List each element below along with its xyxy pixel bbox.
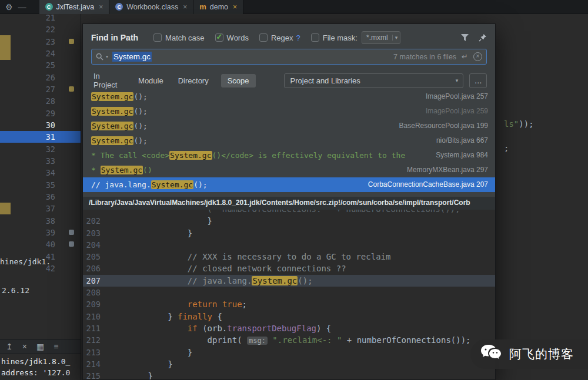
checkbox-label: File mask:	[323, 33, 358, 42]
preview-code-line: 207 // java.lang.System.gc();	[83, 275, 495, 287]
code-segment: ".reclaim<-: "	[272, 335, 342, 345]
gutter-mark-icon[interactable]	[69, 86, 74, 92]
watermark-badge: 阿飞的博客	[470, 339, 588, 369]
editor-tabs: C JxlTest.java × C Workbook.class × m de…	[39, 0, 244, 14]
preview-code-line: 214 }	[83, 358, 495, 370]
preview-code-line: 203 }	[83, 227, 495, 239]
result-code: * The call <code>System.gc()</code> is e…	[91, 148, 405, 163]
chevron-down-icon: ▾	[456, 78, 463, 83]
line-number: 211	[83, 322, 101, 334]
newline-icon[interactable]: ↵	[462, 52, 468, 61]
close-icon[interactable]: ×	[183, 3, 187, 11]
tab-demo[interactable]: m demo ×	[193, 0, 243, 14]
code-segment: System.gc	[169, 151, 212, 160]
gutter-mark-icon[interactable]	[69, 230, 74, 235]
line-number: 213	[83, 347, 101, 358]
regex-checkbox[interactable]: Regex ?	[259, 33, 300, 42]
find-result-row[interactable]: System.gc();ImagePool.java 259	[83, 104, 495, 119]
find-result-row[interactable]: System.gc();BaseResourcePool.java 199	[83, 119, 495, 133]
line-number: 212	[83, 334, 101, 346]
line-number: 207	[83, 275, 101, 287]
preview-code-line: 209 return true;	[83, 298, 495, 310]
help-icon[interactable]: ?	[296, 33, 300, 42]
gutter-mark-icon[interactable]	[69, 241, 74, 247]
code-fragment: ls"));	[504, 119, 534, 129]
preview-code: ( "numberOfConnections: " + numberOfConn…	[83, 210, 495, 379]
scope-tab-scope[interactable]: Scope	[221, 74, 256, 88]
result-code: System.gc();	[91, 104, 148, 119]
code-segment: ();	[133, 107, 147, 116]
search-history-chevron-icon[interactable]: ▾	[106, 54, 108, 59]
scope-tab-directory[interactable]: Directory	[176, 74, 211, 88]
find-result-row[interactable]: // java.lang.System.gc();CorbaConnection…	[83, 177, 495, 192]
code-segment: // java.lang.	[91, 180, 151, 189]
checkbox-box[interactable]	[259, 33, 268, 42]
line-number: 33	[33, 155, 60, 167]
code-segment	[108, 252, 188, 261]
toolbar-icon[interactable]: ≡	[54, 342, 58, 351]
line-number: 204	[83, 239, 101, 251]
console-text: hines/jdk1.8.0_	[1, 357, 70, 366]
dialog-title: Find in Path	[91, 33, 138, 42]
toolbar-icon[interactable]: ▦	[36, 342, 44, 351]
file-mask-value: *.mxml	[362, 33, 392, 42]
scope-dropdown[interactable]: Project and Libraries ▾	[284, 73, 464, 88]
tab-label: JxlTest.java	[56, 3, 95, 11]
preview-editor[interactable]: ( "numberOfConnections: " + numberOfConn…	[83, 210, 495, 379]
code-segment: System.gc	[252, 276, 298, 285]
gear-icon[interactable]: ⚙	[5, 0, 13, 14]
find-result-row[interactable]: System.gc();nio/Bits.java 667	[83, 133, 495, 148]
tab-label: demo	[210, 3, 228, 11]
scope-tab-in-project[interactable]: In Project	[91, 69, 126, 92]
checkbox-box[interactable]	[215, 33, 223, 42]
search-input[interactable]: ▾ System.gc 7 matches in 6 files ↵ ×	[91, 49, 487, 65]
checkbox-box[interactable]	[153, 33, 162, 42]
code-segment: {	[212, 312, 222, 321]
file-mask-checkbox[interactable]: File mask: *.mxml ▾	[311, 31, 400, 44]
filter-icon[interactable]	[460, 33, 469, 42]
chevron-down-icon[interactable]: ▾	[392, 35, 400, 41]
line-number: 208	[83, 287, 101, 298]
tab-jxltest-java[interactable]: C JxlTest.java ×	[39, 0, 110, 14]
code-segment: // XXX is necessary to do a GC to reclai…	[188, 252, 391, 261]
preview-code-line: 215 }	[83, 370, 495, 379]
code-segment	[108, 300, 188, 309]
browse-scopes-button[interactable]: …	[469, 73, 487, 88]
checkbox-box[interactable]	[311, 33, 319, 42]
code-segment: ()</code> is effectively equivalent to t…	[212, 151, 406, 160]
code-segment: (orb.	[198, 324, 228, 333]
code-segment: ) {	[316, 324, 331, 333]
code-segment: ()	[143, 166, 152, 174]
code-segment: System.gc	[101, 166, 143, 174]
match-count-label: 7 matches in 6 files	[393, 53, 456, 61]
clear-search-icon[interactable]: ×	[473, 52, 482, 61]
toolbar-icon[interactable]: ↥	[6, 342, 13, 351]
result-file-label: BaseResourcePool.java 199	[399, 119, 495, 133]
minimize-icon[interactable]: —	[18, 0, 26, 14]
toolbar-icon[interactable]: ×	[22, 342, 27, 351]
code-segment: ();	[133, 122, 147, 130]
find-result-row[interactable]: * The call <code>System.gc()</code> is e…	[83, 148, 495, 163]
find-result-row[interactable]: System.gc();ImagePool.java 257	[83, 89, 495, 104]
match-case-checkbox[interactable]: Match case	[153, 33, 204, 42]
close-icon[interactable]: ×	[99, 3, 103, 11]
code-segment	[108, 324, 188, 333]
gutter-mark-icon[interactable]	[69, 39, 74, 44]
code-segment: }	[108, 216, 212, 226]
preview-code-line: 205 // XXX is necessary to do a GC to re…	[83, 251, 495, 263]
words-checkbox[interactable]: Words	[215, 33, 249, 42]
find-result-row[interactable]: * System.gc()MemoryMXBean.java 297	[83, 163, 495, 177]
pin-icon[interactable]	[479, 33, 487, 42]
scope-tab-module[interactable]: Module	[136, 74, 166, 88]
file-mask-combo[interactable]: *.mxml ▾	[362, 31, 400, 44]
preview-code-line: 206 // closed network connections ??	[83, 263, 495, 274]
code-segment: ;	[242, 300, 247, 309]
tab-workbook-class[interactable]: C Workbook.class ×	[109, 0, 193, 14]
line-number: 28	[33, 95, 60, 107]
result-code: // java.lang.System.gc();	[91, 177, 208, 192]
close-icon[interactable]: ×	[233, 3, 237, 11]
line-number: 40	[33, 238, 60, 250]
scope-tabs: In ProjectModuleDirectoryScope	[91, 69, 256, 92]
code-fragment: ;	[504, 143, 509, 153]
console-text: hines/jdk1.	[0, 257, 51, 266]
